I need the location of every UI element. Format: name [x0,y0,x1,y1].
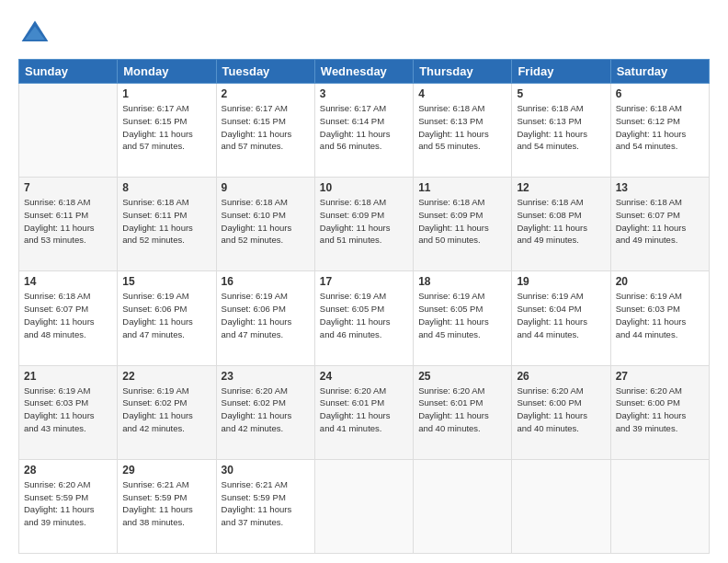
day-number: 20 [616,275,704,288]
day-info: Sunrise: 6:20 AM Sunset: 6:02 PM Dayligh… [222,385,310,435]
day-number: 28 [24,464,112,477]
day-number: 22 [122,370,210,383]
day-number: 17 [320,275,408,288]
day-info: Sunrise: 6:21 AM Sunset: 5:59 PM Dayligh… [122,478,210,529]
logo-icon [18,17,51,50]
day-number: 9 [222,181,310,194]
day-info: Sunrise: 6:19 AM Sunset: 6:02 PM Dayligh… [122,385,210,435]
day-number: 16 [222,275,310,288]
day-info: Sunrise: 6:18 AM Sunset: 6:11 PM Dayligh… [122,196,210,247]
day-info: Sunrise: 6:20 AM Sunset: 6:00 PM Dayligh… [616,385,704,435]
day-info: Sunrise: 6:18 AM Sunset: 6:07 PM Dayligh… [616,196,704,247]
day-info: Sunrise: 6:20 AM Sunset: 6:01 PM Dayligh… [320,385,408,435]
day-number: 3 [320,87,408,100]
day-cell [512,459,610,553]
day-info: Sunrise: 6:18 AM Sunset: 6:10 PM Dayligh… [222,196,310,247]
day-cell: 7Sunrise: 6:18 AM Sunset: 6:11 PM Daylig… [19,178,118,271]
day-info: Sunrise: 6:20 AM Sunset: 6:00 PM Dayligh… [517,385,605,435]
day-info: Sunrise: 6:18 AM Sunset: 6:11 PM Dayligh… [24,196,112,247]
header [18,17,710,50]
day-info: Sunrise: 6:17 AM Sunset: 6:14 PM Dayligh… [320,102,408,153]
day-cell: 30Sunrise: 6:21 AM Sunset: 5:59 PM Dayli… [216,459,314,553]
day-number: 5 [517,87,605,100]
week-row-3: 14Sunrise: 6:18 AM Sunset: 6:07 PM Dayli… [19,271,710,365]
day-info: Sunrise: 6:19 AM Sunset: 6:03 PM Dayligh… [24,385,112,435]
weekday-header-row: SundayMondayTuesdayWednesdayThursdayFrid… [19,60,710,84]
day-number: 21 [24,370,112,383]
weekday-monday: Monday [118,60,216,84]
day-cell: 24Sunrise: 6:20 AM Sunset: 6:01 PM Dayli… [314,365,413,459]
day-info: Sunrise: 6:18 AM Sunset: 6:12 PM Dayligh… [616,102,704,153]
day-number: 26 [517,370,605,383]
day-info: Sunrise: 6:18 AM Sunset: 6:13 PM Dayligh… [418,102,506,153]
day-number: 12 [517,181,605,194]
weekday-sunday: Sunday [19,60,118,84]
day-cell: 21Sunrise: 6:19 AM Sunset: 6:03 PM Dayli… [19,365,118,459]
week-row-4: 21Sunrise: 6:19 AM Sunset: 6:03 PM Dayli… [19,365,710,459]
day-cell [610,459,709,553]
day-info: Sunrise: 6:19 AM Sunset: 6:05 PM Dayligh… [320,290,408,340]
logo [18,17,55,50]
day-cell: 25Sunrise: 6:20 AM Sunset: 6:01 PM Dayli… [414,365,512,459]
day-cell: 11Sunrise: 6:18 AM Sunset: 6:09 PM Dayli… [414,178,512,271]
day-cell: 10Sunrise: 6:18 AM Sunset: 6:09 PM Dayli… [314,178,413,271]
day-number: 13 [616,181,704,194]
day-number: 7 [24,181,112,194]
day-cell: 26Sunrise: 6:20 AM Sunset: 6:00 PM Dayli… [512,365,610,459]
day-cell: 20Sunrise: 6:19 AM Sunset: 6:03 PM Dayli… [610,271,709,365]
day-number: 11 [418,181,506,194]
calendar-table: SundayMondayTuesdayWednesdayThursdayFrid… [18,59,710,554]
day-cell: 23Sunrise: 6:20 AM Sunset: 6:02 PM Dayli… [216,365,314,459]
day-number: 8 [122,181,210,194]
day-info: Sunrise: 6:19 AM Sunset: 6:06 PM Dayligh… [222,290,310,340]
day-cell: 29Sunrise: 6:21 AM Sunset: 5:59 PM Dayli… [118,459,216,553]
day-cell: 4Sunrise: 6:18 AM Sunset: 6:13 PM Daylig… [414,84,512,178]
day-cell: 19Sunrise: 6:19 AM Sunset: 6:04 PM Dayli… [512,271,610,365]
day-info: Sunrise: 6:19 AM Sunset: 6:06 PM Dayligh… [122,290,210,340]
day-cell: 3Sunrise: 6:17 AM Sunset: 6:14 PM Daylig… [314,84,413,178]
day-info: Sunrise: 6:19 AM Sunset: 6:05 PM Dayligh… [418,290,506,340]
day-info: Sunrise: 6:18 AM Sunset: 6:13 PM Dayligh… [517,102,605,153]
day-number: 14 [24,275,112,288]
day-cell [314,459,413,553]
weekday-tuesday: Tuesday [216,60,314,84]
day-cell: 9Sunrise: 6:18 AM Sunset: 6:10 PM Daylig… [216,178,314,271]
day-cell: 17Sunrise: 6:19 AM Sunset: 6:05 PM Dayli… [314,271,413,365]
day-number: 10 [320,181,408,194]
day-cell: 22Sunrise: 6:19 AM Sunset: 6:02 PM Dayli… [118,365,216,459]
day-info: Sunrise: 6:18 AM Sunset: 6:07 PM Dayligh… [24,290,112,340]
weekday-thursday: Thursday [414,60,512,84]
day-number: 6 [616,87,704,100]
day-info: Sunrise: 6:21 AM Sunset: 5:59 PM Dayligh… [222,478,310,529]
day-info: Sunrise: 6:20 AM Sunset: 6:01 PM Dayligh… [418,385,506,435]
day-info: Sunrise: 6:20 AM Sunset: 5:59 PM Dayligh… [24,478,112,529]
day-info: Sunrise: 6:17 AM Sunset: 6:15 PM Dayligh… [122,102,210,153]
day-cell: 8Sunrise: 6:18 AM Sunset: 6:11 PM Daylig… [118,178,216,271]
day-number: 15 [122,275,210,288]
day-number: 24 [320,370,408,383]
day-number: 2 [222,87,310,100]
day-cell: 27Sunrise: 6:20 AM Sunset: 6:00 PM Dayli… [610,365,709,459]
day-cell [414,459,512,553]
day-info: Sunrise: 6:19 AM Sunset: 6:04 PM Dayligh… [517,290,605,340]
day-cell: 2Sunrise: 6:17 AM Sunset: 6:15 PM Daylig… [216,84,314,178]
week-row-5: 28Sunrise: 6:20 AM Sunset: 5:59 PM Dayli… [19,459,710,553]
day-cell: 13Sunrise: 6:18 AM Sunset: 6:07 PM Dayli… [610,178,709,271]
week-row-2: 7Sunrise: 6:18 AM Sunset: 6:11 PM Daylig… [19,178,710,271]
day-number: 30 [222,464,310,477]
week-row-1: 1Sunrise: 6:17 AM Sunset: 6:15 PM Daylig… [19,84,710,178]
day-cell: 6Sunrise: 6:18 AM Sunset: 6:12 PM Daylig… [610,84,709,178]
day-cell: 14Sunrise: 6:18 AM Sunset: 6:07 PM Dayli… [19,271,118,365]
day-number: 4 [418,87,506,100]
day-cell: 28Sunrise: 6:20 AM Sunset: 5:59 PM Dayli… [19,459,118,553]
weekday-wednesday: Wednesday [314,60,413,84]
day-number: 19 [517,275,605,288]
day-info: Sunrise: 6:19 AM Sunset: 6:03 PM Dayligh… [616,290,704,340]
weekday-friday: Friday [512,60,610,84]
day-number: 23 [222,370,310,383]
day-number: 1 [122,87,210,100]
day-cell: 1Sunrise: 6:17 AM Sunset: 6:15 PM Daylig… [118,84,216,178]
day-cell: 16Sunrise: 6:19 AM Sunset: 6:06 PM Dayli… [216,271,314,365]
day-info: Sunrise: 6:17 AM Sunset: 6:15 PM Dayligh… [222,102,310,153]
page: SundayMondayTuesdayWednesdayThursdayFrid… [0,0,728,563]
